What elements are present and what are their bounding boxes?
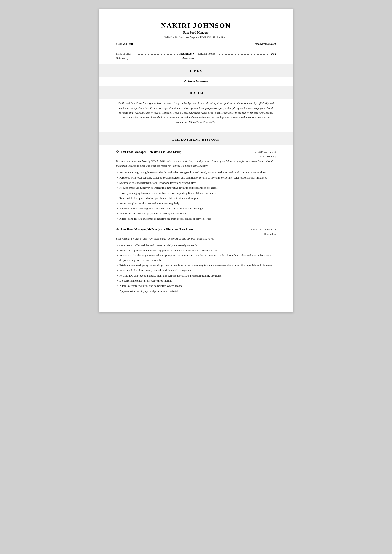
list-item: Inspect food preparation and cooking pro… [116, 248, 276, 253]
job-name-2: Fast Food Manager, McDoughan's Pizza and… [121, 228, 193, 231]
employment-divider [116, 129, 276, 129]
nationality-dots [137, 59, 181, 59]
links-section-title: LINKS [190, 69, 202, 72]
nationality-row: Nationality American [116, 56, 194, 60]
job-dots-2 [194, 230, 249, 231]
driving-license-value: Full [271, 52, 276, 56]
header-section: NAKIRI JOHNSON Fast Food Manager 1515 Pa… [116, 22, 276, 39]
employment-section: ❖ Fast Food Manager, Chickies Fast Food … [116, 150, 276, 293]
links-section: Pinterest, Instagram [116, 79, 276, 83]
job-location-2: Honeydew [116, 232, 276, 236]
driving-license-dots [219, 54, 269, 55]
list-item: Ensure that the cleaning crew conducts a… [116, 253, 276, 262]
job-diamond-icon-2: ❖ [116, 227, 119, 231]
employment-section-title: EMPLOYMENT HISTORY [172, 138, 220, 141]
contact-row: (541) 754-3010 email@email.com [116, 41, 276, 47]
job-location-1: Salt Lake City [116, 155, 276, 158]
job-entry-1: ❖ Fast Food Manager, Chickies Fast Food … [116, 150, 276, 221]
phone-number: (541) 754-3010 [116, 42, 133, 46]
job-diamond-icon-1: ❖ [116, 150, 119, 154]
job-summary-1: Boosted new customer base by 38% in 2018… [116, 159, 276, 168]
nationality-value: American [182, 56, 194, 60]
list-item: Spearhead cost reductions in food, labor… [116, 181, 276, 185]
profile-section-title: PROFILE [187, 91, 205, 95]
email-address: email@email.com [255, 42, 276, 46]
list-item: Address customer queries and complaints … [116, 284, 276, 288]
list-item: Responsible for approval of all purchase… [116, 196, 276, 201]
links-section-header: LINKS [116, 69, 276, 73]
job-title-row-1: ❖ Fast Food Manager, Chickies Fast Food … [116, 150, 276, 154]
place-of-birth-label: Place of birth [116, 52, 135, 56]
candidate-address: 1515 Pacific Ave, Los Angeles, CA 90291,… [116, 35, 276, 39]
job-bullets-2: Coordinate staff schedules and rosters p… [116, 243, 276, 294]
list-item: Partnered with local schools, colleges, … [116, 175, 276, 180]
candidate-job-title: Fast Food Manager [116, 31, 276, 35]
job-date-2: Feb 2016 — Dec 2018 [251, 228, 276, 231]
job-entry-2: ❖ Fast Food Manager, McDoughan's Pizza a… [116, 227, 276, 294]
list-item: Address and resolve customer complaints … [116, 217, 276, 221]
place-of-birth-dots [137, 54, 178, 55]
place-of-birth-row: Place of birth San Antonio [116, 52, 194, 56]
nationality-label: Nationality [116, 56, 135, 60]
employment-section-bg: EMPLOYMENT HISTORY [99, 133, 293, 145]
list-item: Recruit new employees and take them thro… [116, 273, 276, 278]
place-of-birth-value: San Antonio [179, 52, 194, 56]
header-divider [116, 48, 276, 49]
job-title-row-2: ❖ Fast Food Manager, McDoughan's Pizza a… [116, 227, 276, 231]
employment-section-header: EMPLOYMENT HISTORY [116, 138, 276, 141]
driving-license-row: Driving license Full [198, 52, 276, 56]
candidate-name: NAKIRI JOHNSON [116, 22, 276, 30]
profile-text: Dedicated Fast Food Manager with an unbe… [116, 101, 276, 125]
resume-page: NAKIRI JOHNSON Fast Food Manager 1515 Pa… [99, 9, 293, 313]
profile-section-bg: PROFILE [99, 86, 293, 99]
job-date-1: Jan 2019 — Present [253, 150, 276, 154]
links-section-bg: LINKS [99, 64, 293, 77]
job-bullets-1: Instrumental in growing business sales t… [116, 170, 276, 221]
list-item: Inspect supplies, work areas and equipme… [116, 201, 276, 206]
list-item: Establish relationships by networking on… [116, 263, 276, 268]
list-item: Directly managing ten supervisors with a… [116, 191, 276, 196]
list-item: Approve window displays and promotional … [116, 289, 276, 294]
links-text[interactable]: Pinterest, Instagram [184, 79, 208, 83]
personal-info-grid: Place of birth San Antonio Driving licen… [116, 52, 276, 60]
job-name-1: Fast Food Manager, Chickies Fast Food Gr… [121, 150, 181, 154]
job-dots-1 [182, 153, 252, 153]
profile-section-header: PROFILE [116, 91, 276, 95]
list-item: Responsible for all inventory controls a… [116, 268, 276, 273]
job-summary-2: Exceeded all up-sell targets from sales … [116, 237, 276, 241]
list-item: Instrumental in growing business sales t… [116, 170, 276, 175]
driving-license-label: Driving license [198, 52, 218, 56]
list-item: Sign off on budgets and payroll as creat… [116, 211, 276, 216]
list-item: Approve staff scheduling roster received… [116, 206, 276, 211]
list-item: Do performance appraisals every three mo… [116, 279, 276, 283]
list-item: Coordinate staff schedules and rosters p… [116, 243, 276, 248]
list-item: Reduce employee turnover by instigating … [116, 186, 276, 190]
